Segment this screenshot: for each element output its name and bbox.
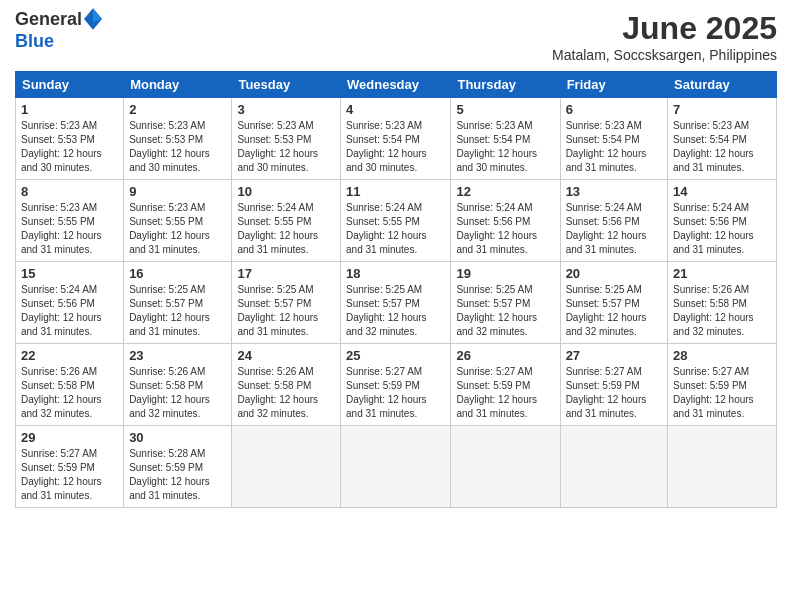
- day-info: Sunrise: 5:23 AM Sunset: 5:53 PM Dayligh…: [237, 119, 335, 175]
- calendar-day-18: 18 Sunrise: 5:25 AM Sunset: 5:57 PM Dayl…: [341, 262, 451, 344]
- calendar-day-5: 5 Sunrise: 5:23 AM Sunset: 5:54 PM Dayli…: [451, 98, 560, 180]
- calendar-day-16: 16 Sunrise: 5:25 AM Sunset: 5:57 PM Dayl…: [124, 262, 232, 344]
- day-info: Sunrise: 5:26 AM Sunset: 5:58 PM Dayligh…: [673, 283, 771, 339]
- calendar-day-12: 12 Sunrise: 5:24 AM Sunset: 5:56 PM Dayl…: [451, 180, 560, 262]
- day-info: Sunrise: 5:23 AM Sunset: 5:55 PM Dayligh…: [21, 201, 118, 257]
- day-number: 14: [673, 184, 771, 199]
- day-info: Sunrise: 5:25 AM Sunset: 5:57 PM Dayligh…: [346, 283, 445, 339]
- calendar-table: Sunday Monday Tuesday Wednesday Thursday…: [15, 71, 777, 508]
- day-number: 3: [237, 102, 335, 117]
- day-number: 12: [456, 184, 554, 199]
- calendar-day-29: 29 Sunrise: 5:27 AM Sunset: 5:59 PM Dayl…: [16, 426, 124, 508]
- day-info: Sunrise: 5:28 AM Sunset: 5:59 PM Dayligh…: [129, 447, 226, 503]
- logo-blue: Blue: [15, 32, 102, 52]
- day-number: 11: [346, 184, 445, 199]
- empty-cell: [668, 426, 777, 508]
- calendar-day-3: 3 Sunrise: 5:23 AM Sunset: 5:53 PM Dayli…: [232, 98, 341, 180]
- day-info: Sunrise: 5:26 AM Sunset: 5:58 PM Dayligh…: [21, 365, 118, 421]
- day-info: Sunrise: 5:25 AM Sunset: 5:57 PM Dayligh…: [129, 283, 226, 339]
- month-title: June 2025: [552, 10, 777, 47]
- day-info: Sunrise: 5:24 AM Sunset: 5:56 PM Dayligh…: [673, 201, 771, 257]
- col-monday: Monday: [124, 72, 232, 98]
- calendar-day-7: 7 Sunrise: 5:23 AM Sunset: 5:54 PM Dayli…: [668, 98, 777, 180]
- day-info: Sunrise: 5:24 AM Sunset: 5:55 PM Dayligh…: [346, 201, 445, 257]
- day-info: Sunrise: 5:27 AM Sunset: 5:59 PM Dayligh…: [673, 365, 771, 421]
- day-info: Sunrise: 5:25 AM Sunset: 5:57 PM Dayligh…: [456, 283, 554, 339]
- calendar-day-6: 6 Sunrise: 5:23 AM Sunset: 5:54 PM Dayli…: [560, 98, 667, 180]
- day-number: 2: [129, 102, 226, 117]
- calendar-day-19: 19 Sunrise: 5:25 AM Sunset: 5:57 PM Dayl…: [451, 262, 560, 344]
- title-area: June 2025 Matalam, Soccsksargen, Philipp…: [552, 10, 777, 63]
- day-info: Sunrise: 5:25 AM Sunset: 5:57 PM Dayligh…: [237, 283, 335, 339]
- calendar-day-14: 14 Sunrise: 5:24 AM Sunset: 5:56 PM Dayl…: [668, 180, 777, 262]
- calendar-day-30: 30 Sunrise: 5:28 AM Sunset: 5:59 PM Dayl…: [124, 426, 232, 508]
- location-title: Matalam, Soccsksargen, Philippines: [552, 47, 777, 63]
- calendar-day-26: 26 Sunrise: 5:27 AM Sunset: 5:59 PM Dayl…: [451, 344, 560, 426]
- day-number: 7: [673, 102, 771, 117]
- day-number: 23: [129, 348, 226, 363]
- calendar-day-8: 8 Sunrise: 5:23 AM Sunset: 5:55 PM Dayli…: [16, 180, 124, 262]
- col-thursday: Thursday: [451, 72, 560, 98]
- day-info: Sunrise: 5:23 AM Sunset: 5:55 PM Dayligh…: [129, 201, 226, 257]
- day-number: 25: [346, 348, 445, 363]
- day-info: Sunrise: 5:24 AM Sunset: 5:56 PM Dayligh…: [566, 201, 662, 257]
- calendar-day-28: 28 Sunrise: 5:27 AM Sunset: 5:59 PM Dayl…: [668, 344, 777, 426]
- day-number: 17: [237, 266, 335, 281]
- day-number: 27: [566, 348, 662, 363]
- day-number: 5: [456, 102, 554, 117]
- calendar-day-24: 24 Sunrise: 5:26 AM Sunset: 5:58 PM Dayl…: [232, 344, 341, 426]
- col-tuesday: Tuesday: [232, 72, 341, 98]
- calendar-day-21: 21 Sunrise: 5:26 AM Sunset: 5:58 PM Dayl…: [668, 262, 777, 344]
- day-info: Sunrise: 5:23 AM Sunset: 5:54 PM Dayligh…: [566, 119, 662, 175]
- calendar-day-25: 25 Sunrise: 5:27 AM Sunset: 5:59 PM Dayl…: [341, 344, 451, 426]
- empty-cell: [232, 426, 341, 508]
- day-number: 19: [456, 266, 554, 281]
- day-number: 18: [346, 266, 445, 281]
- logo: General Blue: [15, 10, 102, 52]
- calendar-day-13: 13 Sunrise: 5:24 AM Sunset: 5:56 PM Dayl…: [560, 180, 667, 262]
- day-info: Sunrise: 5:23 AM Sunset: 5:53 PM Dayligh…: [129, 119, 226, 175]
- day-number: 20: [566, 266, 662, 281]
- day-info: Sunrise: 5:24 AM Sunset: 5:56 PM Dayligh…: [456, 201, 554, 257]
- day-info: Sunrise: 5:23 AM Sunset: 5:53 PM Dayligh…: [21, 119, 118, 175]
- day-number: 4: [346, 102, 445, 117]
- day-info: Sunrise: 5:23 AM Sunset: 5:54 PM Dayligh…: [456, 119, 554, 175]
- day-number: 16: [129, 266, 226, 281]
- day-info: Sunrise: 5:26 AM Sunset: 5:58 PM Dayligh…: [237, 365, 335, 421]
- day-number: 26: [456, 348, 554, 363]
- calendar-day-23: 23 Sunrise: 5:26 AM Sunset: 5:58 PM Dayl…: [124, 344, 232, 426]
- empty-cell: [451, 426, 560, 508]
- calendar-day-4: 4 Sunrise: 5:23 AM Sunset: 5:54 PM Dayli…: [341, 98, 451, 180]
- day-number: 1: [21, 102, 118, 117]
- calendar-day-15: 15 Sunrise: 5:24 AM Sunset: 5:56 PM Dayl…: [16, 262, 124, 344]
- day-number: 8: [21, 184, 118, 199]
- empty-cell: [341, 426, 451, 508]
- day-info: Sunrise: 5:23 AM Sunset: 5:54 PM Dayligh…: [346, 119, 445, 175]
- day-info: Sunrise: 5:27 AM Sunset: 5:59 PM Dayligh…: [346, 365, 445, 421]
- day-number: 6: [566, 102, 662, 117]
- empty-cell: [560, 426, 667, 508]
- col-saturday: Saturday: [668, 72, 777, 98]
- day-number: 15: [21, 266, 118, 281]
- day-number: 24: [237, 348, 335, 363]
- day-number: 28: [673, 348, 771, 363]
- day-info: Sunrise: 5:27 AM Sunset: 5:59 PM Dayligh…: [21, 447, 118, 503]
- calendar-day-22: 22 Sunrise: 5:26 AM Sunset: 5:58 PM Dayl…: [16, 344, 124, 426]
- calendar-day-20: 20 Sunrise: 5:25 AM Sunset: 5:57 PM Dayl…: [560, 262, 667, 344]
- calendar-day-17: 17 Sunrise: 5:25 AM Sunset: 5:57 PM Dayl…: [232, 262, 341, 344]
- day-info: Sunrise: 5:24 AM Sunset: 5:56 PM Dayligh…: [21, 283, 118, 339]
- day-info: Sunrise: 5:27 AM Sunset: 5:59 PM Dayligh…: [456, 365, 554, 421]
- calendar-day-9: 9 Sunrise: 5:23 AM Sunset: 5:55 PM Dayli…: [124, 180, 232, 262]
- col-wednesday: Wednesday: [341, 72, 451, 98]
- calendar-day-11: 11 Sunrise: 5:24 AM Sunset: 5:55 PM Dayl…: [341, 180, 451, 262]
- calendar-day-10: 10 Sunrise: 5:24 AM Sunset: 5:55 PM Dayl…: [232, 180, 341, 262]
- day-number: 13: [566, 184, 662, 199]
- day-number: 29: [21, 430, 118, 445]
- day-number: 30: [129, 430, 226, 445]
- day-number: 10: [237, 184, 335, 199]
- calendar-day-1: 1 Sunrise: 5:23 AM Sunset: 5:53 PM Dayli…: [16, 98, 124, 180]
- calendar-day-27: 27 Sunrise: 5:27 AM Sunset: 5:59 PM Dayl…: [560, 344, 667, 426]
- logo-general: General: [15, 10, 102, 32]
- calendar-day-2: 2 Sunrise: 5:23 AM Sunset: 5:53 PM Dayli…: [124, 98, 232, 180]
- day-number: 9: [129, 184, 226, 199]
